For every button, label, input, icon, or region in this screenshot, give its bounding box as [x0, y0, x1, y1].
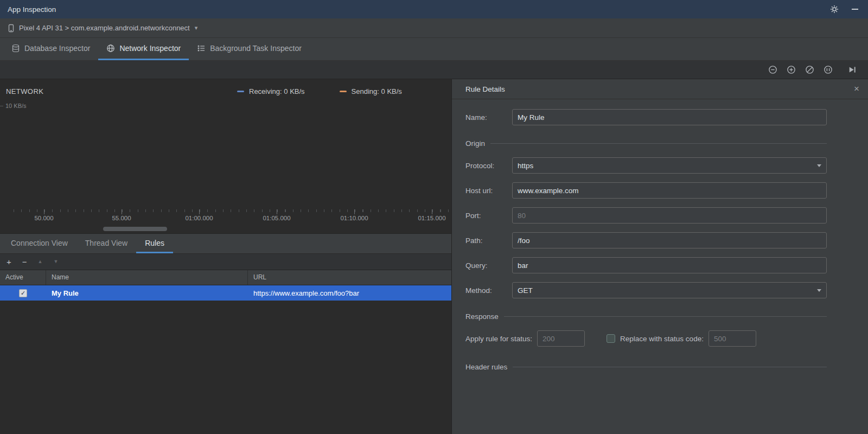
tab-connection-view[interactable]: Connection View	[2, 234, 76, 253]
method-select[interactable]: GET	[512, 282, 827, 298]
column-header-active[interactable]: Active	[0, 270, 46, 285]
tab-label: Rules	[145, 239, 164, 247]
axis-tick-label: 55.000	[112, 215, 131, 221]
name-input[interactable]	[512, 109, 827, 125]
receiving-color-swatch	[237, 91, 244, 92]
tab-thread-view[interactable]: Thread View	[76, 234, 136, 253]
protocol-select[interactable]: https	[512, 157, 827, 174]
remove-rule-button[interactable]: −	[22, 258, 27, 266]
tab-label: Network Inspector	[119, 44, 181, 53]
rules-table-header: Active Name URL	[0, 270, 451, 285]
app-inspection-window: App Inspection Pixel 4 API 31 > com.exam…	[0, 0, 868, 434]
column-header-url[interactable]: URL	[248, 270, 451, 285]
axis-tick-label: 01:15.000	[418, 215, 445, 221]
rule-details-form: Name: Origin Protocol: https Host url:	[452, 99, 868, 381]
main-content: NETWORK 10 KB/s Receiving: 0 KB/s Sendin…	[0, 79, 868, 434]
port-row: Port:	[465, 207, 827, 224]
process-selector[interactable]: Pixel 4 API 31 > com.example.android.net…	[19, 24, 190, 32]
timeline-toolbar	[0, 61, 868, 79]
minor-ticks	[14, 209, 451, 212]
tab-network-inspector[interactable]: Network Inspector	[98, 38, 189, 60]
database-icon	[11, 44, 20, 53]
tab-database-inspector[interactable]: Database Inspector	[3, 38, 98, 60]
tab-rules[interactable]: Rules	[136, 234, 173, 253]
replace-status-checkbox[interactable]	[607, 334, 615, 343]
section-divider	[513, 367, 827, 367]
timeline-scrollbar	[0, 225, 451, 233]
rule-active-cell: ✓	[0, 289, 46, 297]
header-rules-section: Header rules	[465, 363, 827, 371]
tab-label: Background Task Inspector	[210, 44, 302, 53]
chevron-down-icon	[817, 164, 821, 167]
response-section-label: Response	[465, 312, 499, 321]
replace-status-input[interactable]	[709, 330, 756, 347]
titlebar-actions	[829, 4, 860, 15]
chevron-down-icon	[817, 289, 821, 292]
reset-zoom-icon[interactable]	[804, 65, 815, 75]
y-axis-tick	[0, 106, 3, 106]
name-row: Name:	[465, 109, 827, 125]
path-input[interactable]	[512, 232, 827, 248]
method-row: Method: GET	[465, 282, 827, 298]
scrollbar-thumb[interactable]	[103, 227, 167, 231]
port-input[interactable]	[512, 207, 827, 224]
path-row: Path:	[465, 232, 827, 248]
rule-details-panel: Rule Details × Name: Origin Protocol: ht…	[451, 79, 868, 434]
origin-section-label: Origin	[465, 139, 485, 148]
response-section: Response	[465, 312, 827, 321]
protocol-label: Protocol:	[465, 162, 512, 170]
minimize-icon[interactable]	[850, 4, 860, 15]
legend-item-sending: Sending: 0 KB/s	[340, 87, 402, 95]
axis-major-tick	[354, 209, 355, 214]
protocol-row: Protocol: https	[465, 157, 827, 174]
host-row: Host url:	[465, 182, 827, 199]
apply-status-label: Apply rule for status:	[465, 335, 532, 343]
rule-table-row[interactable]: ✓ My Rule https://www.example.com/foo?ba…	[0, 285, 451, 301]
chevron-down-icon[interactable]: ▾	[195, 24, 198, 31]
tab-background-task-inspector[interactable]: Background Task Inspector	[189, 38, 310, 60]
zoom-in-icon[interactable]	[786, 65, 796, 75]
move-up-button[interactable]: ▲	[38, 259, 43, 264]
rule-url-cell[interactable]: https://www.example.com/foo?bar	[248, 289, 451, 297]
zoom-to-selection-icon[interactable]	[822, 65, 833, 75]
legend-label: Sending: 0 KB/s	[352, 87, 402, 95]
legend-label: Receiving: 0 KB/s	[249, 87, 305, 95]
rule-name-cell[interactable]: My Rule	[46, 289, 248, 297]
origin-section: Origin	[465, 139, 827, 148]
go-live-icon[interactable]	[846, 65, 857, 75]
axis-tick-label: 01:00.000	[185, 215, 213, 221]
column-header-name[interactable]: Name	[46, 270, 248, 285]
window-title: App Inspection	[8, 5, 56, 14]
status-row: Apply rule for status: Replace with stat…	[465, 330, 827, 347]
close-icon[interactable]: ×	[854, 84, 859, 94]
status-code-input[interactable]	[537, 330, 585, 347]
axis-major-tick	[277, 209, 277, 214]
axis-tick-label: 01:05.000	[263, 215, 290, 221]
view-tab-bar: Connection View Thread View Rules	[0, 233, 451, 254]
host-url-input[interactable]	[512, 182, 827, 199]
section-divider	[504, 316, 827, 317]
axis-major-tick	[44, 209, 44, 214]
method-label: Method:	[465, 286, 512, 295]
add-rule-button[interactable]: +	[7, 258, 11, 266]
panel-title: Rule Details	[465, 85, 505, 93]
protocol-value: https	[518, 162, 533, 170]
rules-table-empty-area	[0, 301, 451, 434]
zoom-out-icon[interactable]	[767, 65, 778, 75]
tab-label: Thread View	[85, 239, 127, 247]
rules-toolbar: + − ▲ ▼	[0, 254, 451, 270]
titlebar: App Inspection	[0, 0, 868, 18]
host-label: Host url:	[465, 187, 512, 195]
tab-label: Connection View	[11, 239, 68, 247]
method-value: GET	[518, 286, 533, 295]
query-label: Query:	[465, 261, 512, 270]
process-selector-bar: Pixel 4 API 31 > com.example.android.net…	[0, 18, 868, 38]
rule-active-checkbox[interactable]: ✓	[19, 289, 27, 297]
query-input[interactable]	[512, 257, 827, 273]
port-label: Port:	[465, 212, 512, 220]
settings-gear-icon[interactable]	[829, 4, 840, 15]
timeline-axis: 50.00055.00001:00.00001:05.00001:10.0000…	[0, 209, 451, 225]
move-down-button[interactable]: ▼	[53, 259, 58, 264]
chart-legend: Receiving: 0 KB/s Sending: 0 KB/s	[237, 87, 402, 95]
tab-label: Database Inspector	[24, 44, 90, 53]
